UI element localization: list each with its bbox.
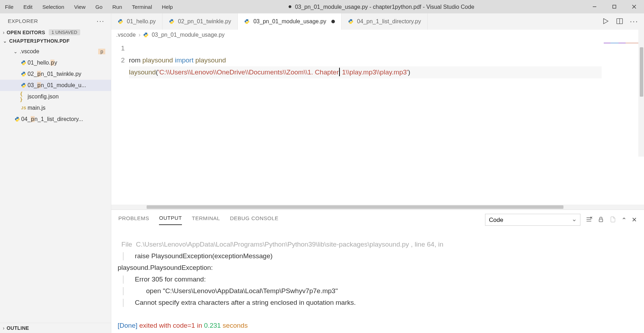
- breadcrumb[interactable]: .vscode › 03_pn_01_module_usage.py: [111, 30, 644, 40]
- tree-file[interactable]: { } jsconfig.json: [0, 91, 111, 102]
- explorer-more-icon[interactable]: ···: [96, 17, 105, 25]
- clear-output-icon[interactable]: [585, 216, 592, 224]
- panel-tab-output[interactable]: OUTPUT: [159, 215, 182, 225]
- menu-file[interactable]: File: [0, 2, 18, 12]
- menu-help[interactable]: Help: [157, 2, 178, 12]
- scrollbar-thumb[interactable]: [640, 47, 643, 97]
- tab-label: 03_pn_01_module_usage.py: [253, 18, 326, 25]
- file-name: 01_hello.py: [28, 60, 57, 66]
- line-gutter: 1 2: [111, 40, 129, 205]
- python-icon: [348, 18, 354, 25]
- tree-file[interactable]: JS main.js: [0, 102, 111, 114]
- panel-tabs: PROBLEMS OUTPUT TERMINAL DEBUG CONSOLE C…: [111, 210, 644, 226]
- tab-active[interactable]: 03_pn_01_module_usage.py: [238, 13, 341, 30]
- open-editors-label: OPEN EDITORS: [7, 30, 45, 35]
- chevron-right-icon: ›: [3, 30, 5, 35]
- menu-view[interactable]: View: [69, 2, 90, 12]
- editor-tabs: 01_hello.py 02_pn_01_twinkle.py 03_pn_01…: [111, 13, 644, 30]
- outline-section[interactable]: › OUTLINE: [0, 323, 111, 333]
- python-icon: [20, 71, 28, 77]
- window-title: ● 03_pn_01_module_usage.py - chapter1pyt…: [178, 3, 585, 11]
- tree-folder-vscode[interactable]: ⌄ .vscode p: [0, 46, 111, 57]
- tree-file[interactable]: 01_hello.py: [0, 57, 111, 68]
- panel-tab-problems[interactable]: PROBLEMS: [118, 215, 149, 225]
- title-filename: 03_pn_01_module_usage.py: [295, 4, 368, 10]
- python-icon: [20, 60, 28, 66]
- minimize-button[interactable]: [585, 0, 604, 13]
- workspace-folder[interactable]: ⌄ CHAPTER1PYTHON.PDF: [0, 37, 111, 45]
- editor-actions: ···: [596, 13, 644, 30]
- python-icon: [118, 18, 124, 25]
- python-icon: [143, 32, 149, 38]
- code-content[interactable]: rom playsound import playsoundlaysound('…: [129, 40, 644, 205]
- window-controls: [585, 0, 644, 13]
- panel-tab-debugconsole[interactable]: DEBUG CONSOLE: [230, 215, 278, 225]
- output-channel-dropdown[interactable]: Code: [485, 214, 580, 226]
- menu-run[interactable]: Run: [107, 2, 127, 12]
- menu-edit[interactable]: Edit: [18, 2, 37, 12]
- tab[interactable]: 02_pn_01_twinkle.py: [163, 13, 238, 30]
- python-icon: [169, 18, 175, 25]
- title-bar: File Edit Selection View Go Run Terminal…: [0, 0, 644, 13]
- modified-dot-icon: [331, 20, 335, 23]
- file-name: main.js: [28, 105, 46, 111]
- tab[interactable]: 04_pn_1_list_directory.py: [342, 13, 428, 30]
- chevron-right-icon: ›: [3, 325, 5, 331]
- tab-label: 04_pn_1_list_directory.py: [357, 18, 421, 25]
- tree-file[interactable]: 02_pn_01_twinkle.py: [0, 68, 111, 80]
- file-name: 02_pn_01_twinkle.py: [28, 71, 81, 77]
- file-name: jsconfig.json: [28, 93, 59, 100]
- output-body[interactable]: File C.\Users\Lenovo\AppData\Local\Progr…: [111, 226, 644, 333]
- bottom-panel: PROBLEMS OUTPUT TERMINAL DEBUG CONSOLE C…: [111, 210, 644, 333]
- more-actions-icon[interactable]: ···: [630, 17, 638, 26]
- panel-tab-terminal[interactable]: TERMINAL: [192, 215, 220, 225]
- file-tree: ⌄ .vscode p 01_hello.py 02_pn_01_twinkle…: [0, 45, 111, 126]
- menu-terminal[interactable]: Terminal: [127, 2, 157, 12]
- close-button[interactable]: [624, 0, 644, 13]
- breadcrumb-item[interactable]: 03_pn_01_module_usage.py: [152, 32, 224, 38]
- tree-file[interactable]: 04_pn_1_list_directory...: [0, 114, 111, 125]
- editor-area: 01_hello.py 02_pn_01_twinkle.py 03_pn_01…: [111, 13, 644, 333]
- run-icon[interactable]: [602, 17, 609, 26]
- text-cursor: [339, 68, 340, 76]
- horizontal-scrollbar[interactable]: [111, 205, 644, 210]
- code-editor[interactable]: 1 2 rom playsound import playsoundlaysou…: [111, 40, 644, 205]
- output-channel-select[interactable]: Code: [485, 214, 580, 226]
- menu-selection[interactable]: Selection: [37, 2, 69, 12]
- python-icon: [13, 116, 21, 122]
- json-icon: { }: [20, 91, 28, 102]
- explorer-header: EXPLORER ···: [0, 13, 111, 28]
- scrollbar-thumb[interactable]: [147, 205, 563, 209]
- chevron-down-icon: ⌄: [13, 49, 20, 54]
- folder-name: .vscode: [20, 48, 39, 55]
- title-app: Visual Studio Code: [426, 4, 474, 10]
- close-panel-icon[interactable]: ✕: [632, 216, 637, 224]
- lock-scroll-icon[interactable]: [597, 216, 604, 224]
- explorer-title: EXPLORER: [8, 18, 96, 24]
- open-file-icon: [609, 216, 616, 224]
- chevron-right-icon: ›: [138, 32, 140, 38]
- svg-rect-1: [613, 5, 616, 8]
- python-icon: [20, 83, 28, 88]
- tab[interactable]: 01_hello.py: [111, 13, 163, 30]
- menu-go[interactable]: Go: [90, 2, 107, 12]
- explorer-sidebar: EXPLORER ··· › OPEN EDITORS 1 UNSAVED ⌄ …: [0, 13, 111, 333]
- chevron-down-icon: ⌄: [3, 38, 7, 44]
- outline-label: OUTLINE: [7, 325, 29, 331]
- tab-label: 02_pn_01_twinkle.py: [178, 18, 231, 25]
- chevron-up-icon[interactable]: ⌄: [621, 216, 627, 224]
- js-icon: JS: [20, 106, 28, 110]
- svg-marker-4: [603, 18, 608, 24]
- maximize-button[interactable]: [604, 0, 624, 13]
- tab-label: 01_hello.py: [127, 18, 156, 25]
- minimap[interactable]: [602, 40, 644, 205]
- unsaved-badge: 1 UNSAVED: [49, 29, 80, 35]
- svg-rect-12: [599, 219, 603, 222]
- vertical-scrollbar[interactable]: [638, 30, 644, 157]
- file-name: 04_pn_1_list_directory...: [21, 116, 83, 122]
- open-editors-section[interactable]: › OPEN EDITORS 1 UNSAVED: [0, 28, 111, 37]
- tree-file-selected[interactable]: 03_pn_01_module_u...: [0, 80, 111, 91]
- breadcrumb-item[interactable]: .vscode: [116, 32, 136, 38]
- split-editor-icon[interactable]: [616, 17, 624, 26]
- python-icon: [244, 18, 250, 25]
